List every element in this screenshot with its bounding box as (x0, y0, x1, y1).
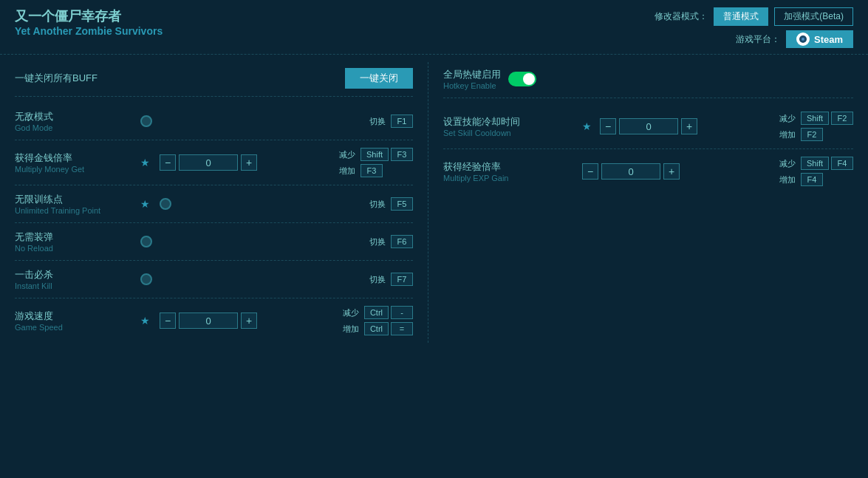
cooldown-hotkey-increase: 增加 F2 (779, 128, 853, 141)
hk-key-ctrl: Ctrl (364, 306, 389, 319)
cooldown-en: Set Skill Cooldown (443, 129, 576, 137)
godmode-toggle[interactable] (140, 115, 152, 127)
platform-label: 游戏平台： (736, 33, 780, 46)
oneclick-button[interactable]: 一键关闭 (345, 68, 413, 89)
hk-key-shift: Shift (360, 148, 389, 161)
gamespeed-hotkey-decrease: 减少 Ctrl - (343, 306, 413, 319)
hk-key-f3-inc: F3 (360, 164, 383, 177)
mode-row: 修改器模式： 普通模式 加强模式(Beta) (655, 7, 853, 26)
hk-key-shift3: Shift (801, 157, 829, 170)
noreload-hotkey: 切换 F6 (369, 235, 413, 248)
hk-label-inc2: 增加 (343, 324, 362, 335)
hotkey-row: 切换 F1 (369, 115, 413, 128)
exp-zh: 获得经验倍率 (443, 160, 576, 174)
right-feature-row-exp: 获得经验倍率 Multiply EXP Gain − + 减少 Shift F4… (443, 149, 853, 194)
gamespeed-value-input[interactable] (179, 313, 238, 329)
money-plus-button[interactable]: + (241, 154, 257, 171)
hk-key-f4: F4 (831, 157, 853, 170)
noreload-label-block: 无需装弹 No Reload (15, 231, 133, 253)
gamespeed-plus-button[interactable]: + (241, 313, 257, 329)
cooldown-value-input[interactable] (619, 118, 678, 134)
steam-icon (796, 33, 810, 46)
noreload-en: No Reload (15, 244, 133, 253)
exp-num-control: − + (582, 163, 680, 180)
money-num-control: − + (160, 154, 257, 171)
hk-key-f4-inc: F4 (801, 173, 823, 186)
gamespeed-en: Game Speed (15, 323, 133, 332)
steam-label: Steam (814, 34, 843, 45)
feature-row-training: 无限训练点 Unlimited Training Point ★ 切换 F5 (15, 185, 413, 223)
training-label-block: 无限训练点 Unlimited Training Point (15, 193, 133, 215)
content: 一键关闭所有BUFF 一键关闭 无敌模式 God Mode 切换 F1 获得金钱… (0, 55, 868, 350)
hotkey-enable-row: 全局热键启用 Hotkey Enable (443, 62, 853, 98)
instantkill-en: Instant Kill (15, 281, 133, 290)
cooldown-star-icon[interactable]: ★ (582, 120, 594, 132)
instantkill-label-block: 一击必杀 Instant Kill (15, 268, 133, 290)
instantkill-hotkey-row: 切换 F7 (369, 273, 413, 286)
exp-en: Multiply EXP Gain (443, 174, 576, 182)
hk-label-decrease: 减少 (339, 149, 358, 160)
left-panel: 一键关闭所有BUFF 一键关闭 无敌模式 God Mode 切换 F1 获得金钱… (15, 62, 428, 343)
right-panel: 全局热键启用 Hotkey Enable 设置技能冷却时间 Set Skill … (428, 62, 853, 343)
hk-key-f1: F1 (391, 115, 413, 128)
hk-key-f3: F3 (391, 148, 413, 161)
hotkey-enable-zh: 全局热键启用 (443, 68, 501, 81)
feature-row-money: 获得金钱倍率 Multiply Money Get ★ − + 减少 Shift… (15, 140, 413, 185)
right-feature-row-cooldown: 设置技能冷却时间 Set Skill Cooldown ★ − + 减少 Shi… (443, 104, 853, 149)
money-star-icon[interactable]: ★ (140, 157, 152, 168)
title-zh: 又一个僵尸幸存者 (15, 7, 163, 25)
mode-label: 修改器模式： (655, 10, 708, 23)
hk-key-f2: F2 (831, 112, 853, 125)
feature-row-godmode: 无敌模式 God Mode 切换 F1 (15, 103, 413, 140)
title-block: 又一个僵尸幸存者 Yet Another Zombie Survivors (15, 7, 163, 37)
hk-label-inc3: 增加 (779, 129, 799, 140)
title-en: Yet Another Zombie Survivors (15, 25, 163, 37)
exp-hotkey: 减少 Shift F4 增加 F4 (779, 157, 853, 186)
hk-label-toggle3: 切换 (369, 274, 389, 285)
gamespeed-star-icon[interactable]: ★ (140, 315, 152, 327)
hk-label-dec2: 减少 (343, 307, 362, 318)
money-hotkey-increase: 增加 F3 (339, 164, 413, 177)
hk-key-shift2: Shift (801, 112, 829, 125)
cooldown-plus-button[interactable]: + (681, 118, 697, 134)
money-value-input[interactable] (179, 154, 238, 171)
hk-label-dec3: 减少 (779, 113, 799, 124)
godmode-en: God Mode (15, 123, 133, 132)
hk-key-f2-inc: F2 (801, 128, 823, 141)
money-zh: 获得金钱倍率 (15, 151, 133, 165)
oneclick-label: 一键关闭所有BUFF (15, 72, 98, 85)
instantkill-toggle[interactable] (140, 273, 152, 285)
training-star-icon[interactable]: ★ (140, 198, 152, 210)
exp-hotkey-decrease: 减少 Shift F4 (779, 157, 853, 170)
money-minus-button[interactable]: − (160, 154, 176, 171)
steam-button[interactable]: Steam (786, 30, 853, 48)
noreload-hotkey-row: 切换 F6 (369, 235, 413, 248)
header: 又一个僵尸幸存者 Yet Another Zombie Survivors 修改… (0, 0, 868, 55)
noreload-toggle[interactable] (140, 236, 152, 247)
gamespeed-minus-button[interactable]: − (160, 313, 176, 329)
cooldown-zh: 设置技能冷却时间 (443, 115, 576, 129)
exp-plus-button[interactable]: + (663, 163, 680, 180)
gamespeed-num-control: − + (160, 313, 257, 329)
gamespeed-hotkey: 减少 Ctrl - 增加 Ctrl = (343, 306, 413, 335)
exp-value-input[interactable] (601, 163, 660, 180)
cooldown-minus-button[interactable]: − (600, 118, 616, 134)
hotkey-enable-toggle[interactable] (508, 72, 536, 86)
cooldown-hotkey-decrease: 减少 Shift F2 (779, 112, 853, 125)
godmode-label-block: 无敌模式 God Mode (15, 110, 133, 132)
noreload-zh: 无需装弹 (15, 231, 133, 244)
exp-minus-button[interactable]: − (582, 163, 598, 180)
training-toggle[interactable] (160, 198, 171, 210)
instantkill-hotkey: 切换 F7 (369, 273, 413, 286)
hk-label-toggle: 切换 (369, 199, 389, 210)
mode-enhanced-button[interactable]: 加强模式(Beta) (774, 7, 853, 26)
mode-normal-button[interactable]: 普通模式 (714, 7, 768, 26)
hk-key-f5: F5 (391, 197, 413, 211)
godmode-hotkey: 切换 F1 (369, 115, 413, 128)
training-zh: 无限训练点 (15, 193, 133, 206)
hotkey-enable-en: Hotkey Enable (443, 81, 501, 90)
hk-label-increase: 增加 (339, 165, 358, 177)
gamespeed-label-block: 游戏速度 Game Speed (15, 310, 133, 332)
instantkill-zh: 一击必杀 (15, 268, 133, 281)
hk-label-dec4: 减少 (779, 158, 799, 169)
